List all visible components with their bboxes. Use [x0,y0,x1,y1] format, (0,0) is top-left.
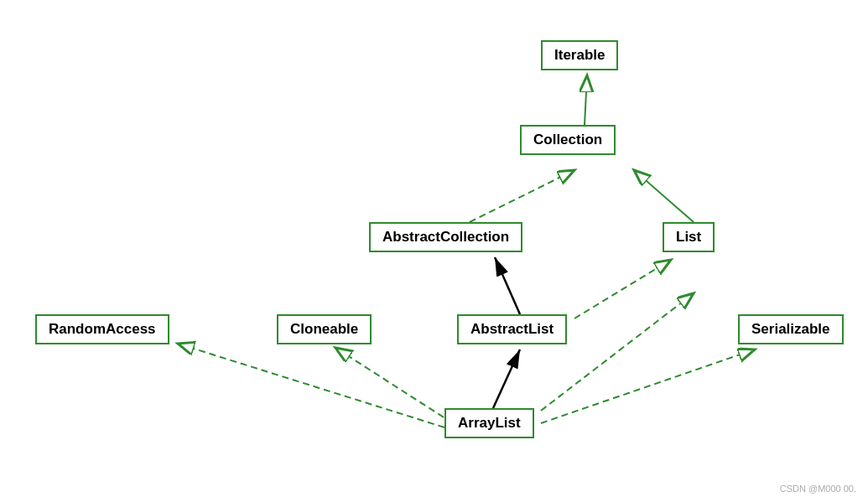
node-abstract-collection: AbstractCollection [369,222,522,252]
svg-line-6 [178,344,444,427]
svg-line-7 [335,348,453,423]
node-iterable: Iterable [541,40,618,70]
node-collection: Collection [520,125,616,155]
svg-line-0 [585,75,587,125]
node-random-access: RandomAccess [35,314,169,344]
svg-line-9 [541,293,694,411]
svg-line-8 [541,349,755,423]
node-serializable: Serializable [738,314,844,344]
node-array-list: ArrayList [444,408,534,438]
node-abstract-list: AbstractList [457,314,567,344]
svg-line-3 [495,257,520,314]
node-cloneable: Cloneable [277,314,372,344]
svg-line-5 [493,349,520,408]
diagram-container: Iterable Collection AbstractCollection L… [0,0,868,502]
svg-line-1 [470,170,574,222]
svg-line-4 [574,260,671,318]
svg-line-2 [634,170,694,222]
node-list: List [663,222,715,252]
